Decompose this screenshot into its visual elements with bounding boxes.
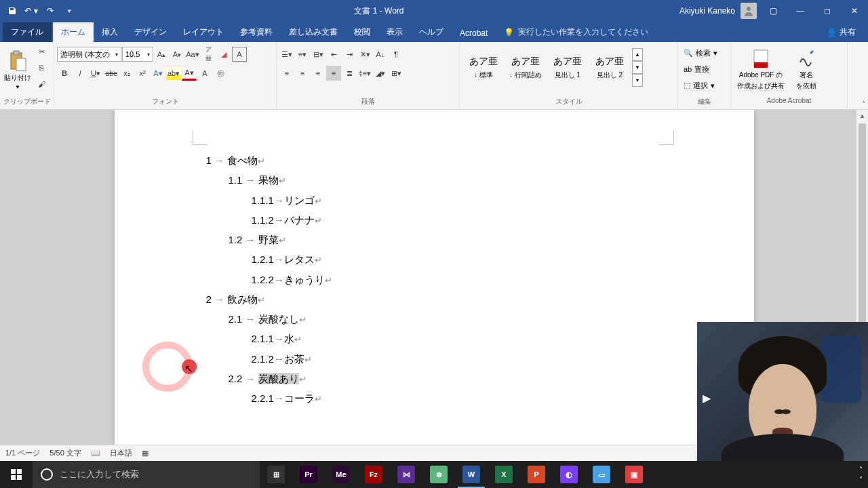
taskbar-app-atom[interactable]: ⊛ [422, 461, 455, 488]
style-item[interactable]: あア亜↓ 行間詰め [505, 48, 547, 87]
align-right-icon[interactable]: ≡ [311, 66, 326, 81]
taskbar-search[interactable]: ここに入力して検索 [33, 461, 260, 488]
user-area[interactable]: Akiyuki Kaneko [677, 3, 760, 19]
scroll-up-icon[interactable]: ▲ [856, 110, 868, 122]
taskbar-app-powerpoint[interactable]: P [520, 461, 553, 488]
line-spacing-icon[interactable]: ‡≡▾ [357, 66, 372, 81]
language-indicator[interactable]: 日本語 [110, 448, 132, 458]
list-item[interactable]: 2.2 → 炭酸あり↵ [196, 369, 673, 388]
styles-scroll-up-icon[interactable]: ▲ [632, 48, 643, 61]
character-shading-icon[interactable]: A [197, 66, 212, 81]
maximize-icon[interactable]: ◻ [814, 0, 841, 22]
style-item[interactable]: あア亜見出し 1 [547, 48, 589, 87]
superscript-icon[interactable]: x² [135, 66, 150, 81]
paste-button[interactable]: 貼り付け ▼ [3, 44, 33, 96]
cut-icon[interactable]: ✂ [34, 44, 49, 59]
font-size-combo[interactable]: 10.5▾ [122, 47, 153, 62]
format-painter-icon[interactable]: 🖌 [34, 77, 49, 92]
font-name-combo[interactable]: 游明朝 (本文の▾ [57, 47, 121, 62]
clear-formatting-icon[interactable]: ◢ [216, 47, 231, 62]
grow-font-icon[interactable]: A▴ [154, 47, 169, 62]
list-item[interactable]: 2.1 → 炭酸なし↵ [196, 309, 673, 329]
list-item[interactable]: 2 → 飲み物↵ [196, 289, 673, 309]
styles-gallery[interactable]: あア亜↓ 標準あア亜↓ 行間詰めあア亜見出し 1あア亜見出し 2 [462, 48, 631, 87]
decrease-indent-icon[interactable]: ⇤ [326, 47, 341, 62]
list-item[interactable]: 2.1.1→水↵ [196, 329, 673, 348]
redo-icon[interactable]: ↷ [42, 3, 58, 19]
save-icon[interactable] [4, 3, 20, 19]
tab-references[interactable]: 参考資料 [232, 22, 281, 42]
tab-review[interactable]: 校閲 [346, 22, 378, 42]
list-item[interactable]: 1.1.2→バナナ↵ [196, 210, 673, 230]
qat-customize-icon[interactable]: ▾ [61, 3, 77, 19]
list-item[interactable]: 1.1 → 果物↵ [196, 170, 673, 190]
align-left-icon[interactable]: ≡ [279, 66, 294, 81]
taskbar-app-app-purple[interactable]: ◐ [553, 461, 585, 488]
tell-me-search[interactable]: 💡 実行したい作業を入力してください [496, 22, 656, 42]
taskbar-app-task-view[interactable]: ⊞ [260, 461, 292, 488]
font-color-icon[interactable]: A▾ [182, 66, 197, 81]
borders-icon[interactable]: ⊞▾ [389, 66, 403, 81]
tab-acrobat[interactable]: Acrobat [452, 24, 496, 42]
taskbar-app-camtasia[interactable]: ▣ [618, 461, 650, 488]
strikethrough-icon[interactable]: abc [104, 66, 119, 81]
taskbar-app-notepad[interactable]: ▭ [585, 461, 618, 488]
page-indicator[interactable]: 1/1 ページ [5, 448, 40, 458]
shading-icon[interactable]: ◢▾ [373, 66, 388, 81]
tab-view[interactable]: 表示 [378, 22, 411, 42]
highlight-icon[interactable]: ab▾ [166, 66, 181, 81]
create-pdf-button[interactable]: Adobe PDF の 作成および共有 [734, 44, 788, 96]
styles-more-icon[interactable]: ▾ [632, 74, 643, 87]
tab-help[interactable]: ヘルプ [411, 22, 452, 42]
page[interactable]: 1 → 食べ物↵1.1 → 果物↵1.1.1→リンゴ↵1.1.2→バナナ↵1.2… [115, 110, 754, 445]
taskbar-app-word[interactable]: W [455, 461, 488, 488]
undo-icon[interactable]: ↶ ▾ [23, 3, 39, 19]
list-item[interactable]: 2.2.1→コーラ↵ [196, 388, 673, 408]
tab-design[interactable]: デザイン [126, 22, 175, 42]
asian-layout-icon[interactable]: ✕▾ [357, 47, 372, 62]
request-signature-button[interactable]: 署名 を依頼 [789, 44, 823, 96]
document-body[interactable]: 1 → 食べ物↵1.1 → 果物↵1.1.1→リンゴ↵1.1.2→バナナ↵1.2… [196, 150, 673, 408]
collapse-ribbon-icon[interactable]: ˄ [862, 100, 865, 108]
taskbar-app-excel[interactable]: X [488, 461, 520, 488]
start-button[interactable] [0, 461, 33, 488]
taskbar-app-media-encoder[interactable]: Me [325, 461, 357, 488]
style-item[interactable]: あア亜↓ 標準 [462, 48, 505, 87]
tab-mailings[interactable]: 差し込み文書 [281, 22, 346, 42]
system-tray[interactable]: ˄˅ [854, 466, 868, 483]
enclose-characters-icon[interactable]: A [232, 47, 247, 62]
style-item[interactable]: あア亜見出し 2 [589, 48, 631, 87]
tab-layout[interactable]: レイアウト [175, 22, 232, 42]
underline-icon[interactable]: U▾ [88, 66, 103, 81]
sort-icon[interactable]: A↓ [373, 47, 388, 62]
styles-scroll-down-icon[interactable]: ▼ [632, 61, 643, 74]
copy-icon[interactable]: ⎘ [34, 60, 49, 75]
share-button[interactable]: 👤 共有 [817, 22, 865, 42]
list-item[interactable]: 1 → 食べ物↵ [196, 150, 673, 170]
taskbar-app-visual-studio[interactable]: ⋈ [390, 461, 422, 488]
align-center-icon[interactable]: ≡ [295, 66, 310, 81]
macro-icon[interactable]: ▦ [142, 449, 149, 458]
tab-insert[interactable]: 挿入 [94, 22, 126, 42]
justify-icon[interactable]: ≡ [326, 66, 341, 81]
tab-home[interactable]: ホーム [53, 22, 94, 42]
distributed-icon[interactable]: ≣ [342, 66, 357, 81]
scrollbar-thumb[interactable] [859, 123, 866, 327]
spellcheck-icon[interactable]: 📖 [91, 449, 100, 458]
list-item[interactable]: 1.2 → 野菜↵ [196, 230, 673, 249]
taskbar-app-premiere[interactable]: Pr [292, 461, 325, 488]
replace-button[interactable]: ab置換 [681, 62, 712, 77]
tab-file[interactable]: ファイル [3, 22, 52, 42]
ribbon-display-icon[interactable]: ▢ [760, 0, 787, 22]
find-button[interactable]: 🔍検索 ▾ [681, 45, 720, 60]
list-item[interactable]: 1.2.2→きゅうり↵ [196, 270, 673, 289]
taskbar-app-filezilla[interactable]: Fz [357, 461, 390, 488]
subscript-icon[interactable]: x₂ [119, 66, 134, 81]
text-effects-icon[interactable]: A▾ [151, 66, 165, 81]
close-icon[interactable]: ✕ [841, 0, 868, 22]
bullets-icon[interactable]: ☰▾ [279, 47, 294, 62]
increase-indent-icon[interactable]: ⇥ [342, 47, 357, 62]
italic-icon[interactable]: I [73, 66, 87, 81]
change-case-icon[interactable]: Aa▾ [185, 47, 200, 62]
numbering-icon[interactable]: ≡▾ [295, 47, 310, 62]
